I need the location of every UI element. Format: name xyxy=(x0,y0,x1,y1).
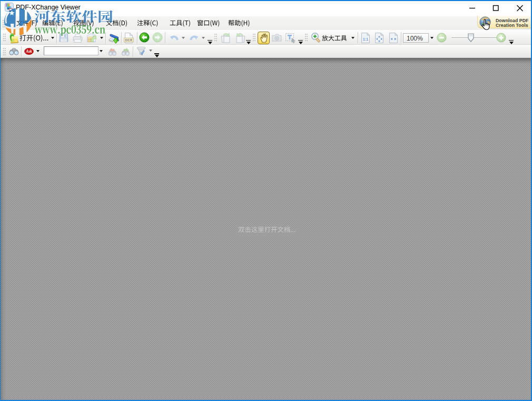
svg-text:Ask: Ask xyxy=(25,49,32,54)
svg-text:OCR: OCR xyxy=(125,38,132,42)
svg-text:1:1: 1:1 xyxy=(363,37,368,41)
